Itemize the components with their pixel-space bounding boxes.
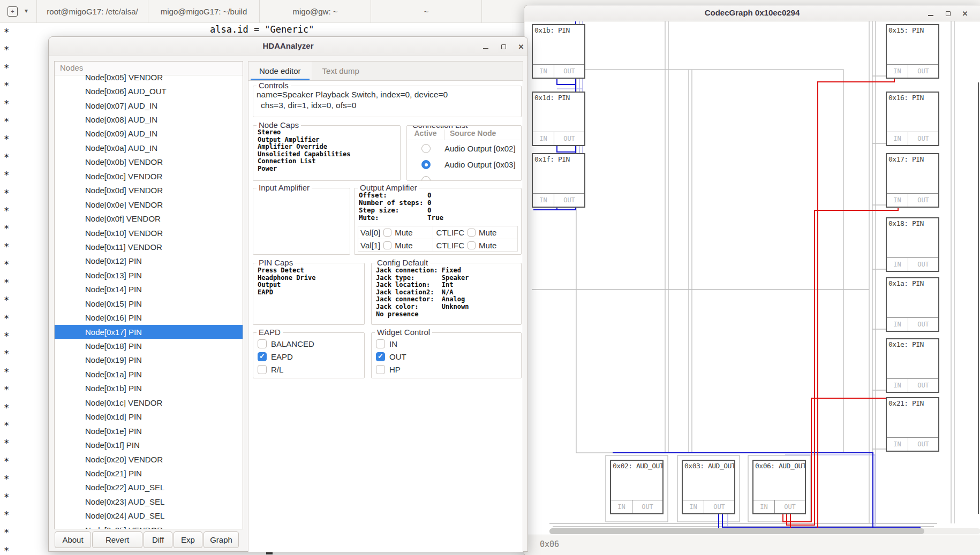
port-out-label: OUT (908, 132, 938, 145)
exp-button[interactable]: Exp (174, 531, 202, 548)
node-list-item[interactable]: Node[0x16] PIN (55, 310, 243, 324)
node-caps-frame-label: Node Caps (257, 120, 301, 130)
node-list-item[interactable]: Node[0x0d] VENDOR (55, 184, 243, 197)
connection-row[interactable]: Audio Output [0x02] (407, 140, 521, 156)
node-list-item[interactable]: Node[0x12] PIN (55, 254, 243, 268)
node-list-item[interactable]: Node[0x0a] AUD_IN (55, 141, 243, 155)
node-list-item[interactable]: Node[0x13] PIN (55, 268, 243, 282)
close-icon[interactable]: ✕ (515, 40, 527, 53)
node-list-item[interactable]: Node[0x07] AUD_IN (55, 98, 243, 112)
node-list-item[interactable]: Node[0x1e] PIN (55, 424, 243, 438)
node-list-item[interactable]: Node[0x22] AUD_SEL (55, 481, 243, 495)
desktop: * * * * * * * * * * * * * * * * * * * * … (0, 0, 980, 555)
node-list-item[interactable]: Node[0x18] PIN (55, 339, 243, 353)
node-list-item[interactable]: Node[0x1c] VENDOR (55, 396, 243, 409)
eapd-checkbox[interactable] (258, 352, 267, 361)
tab-node-editor[interactable]: Node editor (248, 62, 312, 80)
rl-checkbox[interactable] (258, 365, 267, 374)
connection-radio[interactable] (421, 144, 431, 153)
node-list-item[interactable]: Node[0x24] AUD_SEL (55, 509, 243, 523)
maximize-icon[interactable] (497, 40, 510, 53)
graph-node-0x21: 0x21: PININOUT (886, 397, 939, 452)
node-list-item[interactable]: Node[0x0e] VENDOR (55, 197, 243, 211)
connection-radio[interactable] (421, 176, 431, 181)
balanced-checkbox[interactable] (258, 339, 267, 348)
node-list-item[interactable]: Node[0x15] PIN (55, 296, 243, 310)
graph-button[interactable]: Graph (203, 531, 239, 548)
connection-list-frame: Connection List Active Source Node Audio… (406, 125, 522, 181)
hp-checkbox[interactable] (376, 365, 385, 374)
port-out-label: OUT (554, 65, 584, 78)
mute-checkbox[interactable] (383, 229, 391, 237)
node-list-item[interactable]: Node[0x14] PIN (55, 283, 243, 296)
graph-node-title: 0x16: PIN (887, 93, 938, 102)
node-list-item[interactable]: Node[0x23] AUD_SEL (55, 495, 243, 508)
revert-button[interactable]: Revert (92, 531, 142, 548)
new-tab-icon[interactable]: + (7, 6, 18, 17)
hda-titlebar[interactable]: HDAAnalyzer ✕ (49, 37, 527, 56)
mute-label: Mute (479, 241, 496, 250)
ctlifc-label: CTLIFC (436, 228, 465, 237)
port-in-label: IN (887, 379, 908, 392)
about-button[interactable]: About (55, 531, 91, 548)
out-checkbox[interactable] (376, 352, 385, 361)
config-default-frame-label: Config Default (375, 258, 430, 267)
connection-row[interactable]: Audio Output [0x03] (407, 156, 521, 172)
mute-checkbox[interactable] (468, 229, 476, 237)
output-amp-values: Val[0] Mute CTLIFC Mute (358, 226, 518, 252)
graph-node-title: 0x1b: PIN (533, 25, 584, 34)
node-list-item[interactable]: Node[0x09] AUD_IN (55, 127, 243, 141)
terminal-tab-3[interactable]: migo@gw: ~ (259, 0, 371, 23)
graph-node-ports: INOUT (533, 193, 584, 207)
tab-list-caret-icon[interactable]: ▾ (25, 7, 28, 14)
node-list-item[interactable]: Node[0x1a] PIN (55, 367, 243, 381)
node-list-item[interactable]: Node[0x0b] VENDOR (55, 155, 243, 169)
node-list-item[interactable]: Node[0x25] VENDOR (55, 523, 243, 529)
minimize-icon[interactable] (924, 7, 937, 20)
node-list-item[interactable]: Node[0x0f] VENDOR (55, 211, 243, 225)
graph-h-scrollbar-thumb[interactable] (549, 528, 924, 534)
pin-caps-frame: PIN Caps Press Detect Headphone Drive Ou… (253, 263, 365, 325)
graph-node-title: 0x1a: PIN (887, 278, 938, 287)
codecgraph-titlebar[interactable]: CodecGraph 0x10ec0294 ✕ (524, 5, 980, 21)
tab-text-dump[interactable]: Text dump (312, 62, 370, 80)
node-list-item[interactable]: Node[0x08] AUD_IN (55, 112, 243, 126)
terminal-tab-1[interactable]: root@migoG17: /etc/alsa/ (36, 0, 148, 23)
node-editor-page: Controls name=Speaker Playback Switch, i… (248, 81, 523, 552)
node-list-item[interactable]: Node[0x11] VENDOR (55, 240, 243, 254)
port-in-label: IN (887, 438, 908, 451)
minimize-icon[interactable] (479, 40, 492, 53)
node-list-item[interactable]: Node[0x21] PIN (55, 466, 243, 480)
node-list-item[interactable]: Node[0x1d] PIN (55, 410, 243, 424)
out-label: OUT (389, 352, 406, 361)
node-list-item[interactable]: Node[0x1f] PIN (55, 438, 243, 452)
port-in-label: IN (887, 65, 908, 78)
node-list-item[interactable]: Node[0x1b] PIN (55, 382, 243, 396)
connection-radio[interactable] (421, 160, 431, 169)
terminal-tab-2[interactable]: migo@migoG17: ~/build (148, 0, 259, 23)
node-list-item[interactable]: Node[0x17] PIN (55, 325, 243, 339)
node-list-item[interactable]: Node[0x0c] VENDOR (55, 169, 243, 183)
graph-node-title: 0x1e: PIN (887, 339, 938, 348)
terminal-tab-4[interactable]: ~ (371, 0, 482, 23)
close-icon[interactable]: ✕ (959, 7, 971, 20)
pin-caps-frame-label: PIN Caps (257, 258, 295, 267)
port-in-label: IN (533, 132, 554, 145)
diff-button[interactable]: Diff (144, 531, 172, 548)
graph-h-scrollbar[interactable] (549, 528, 980, 534)
graph-node-title: 0x1d: PIN (533, 93, 584, 102)
port-in-label: IN (683, 500, 704, 513)
graph-node-ports: INOUT (683, 500, 734, 513)
node-list-item[interactable]: Node[0x20] VENDOR (55, 452, 243, 466)
port-in-label: IN (887, 194, 908, 207)
in-checkbox[interactable] (376, 339, 385, 348)
port-out-label: OUT (775, 500, 805, 513)
maximize-icon[interactable] (941, 7, 954, 20)
node-list-item[interactable]: Node[0x06] AUD_OUT (55, 84, 243, 98)
connection-row-partial[interactable] (407, 172, 521, 181)
node-list-item[interactable]: Node[0x10] VENDOR (55, 226, 243, 240)
mute-checkbox[interactable] (468, 241, 476, 249)
mute-checkbox[interactable] (383, 241, 391, 249)
node-list-item[interactable]: Node[0x19] PIN (55, 353, 243, 367)
graph-node-0x1a: 0x1a: PININOUT (886, 277, 939, 332)
